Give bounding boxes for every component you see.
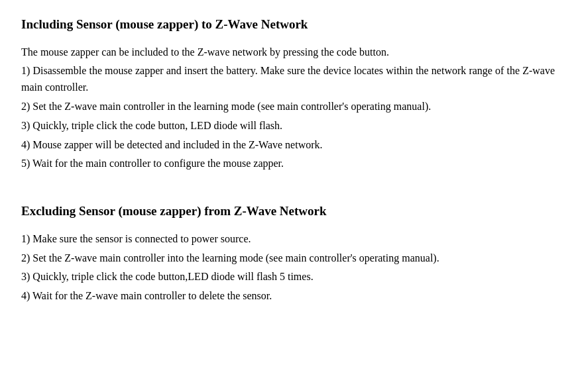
page-content: Including Sensor (mouse zapper) to Z-Wav… xyxy=(0,0,576,323)
section-2-para-3: 3) Quickly, triple click the code button… xyxy=(21,269,555,285)
section-1-para-6: 5) Wait for the main controller to confi… xyxy=(21,156,555,172)
section-1-para-1: The mouse zapper can be included to the … xyxy=(21,44,555,61)
section-2-para-4: 4) Wait for the Z-wave main controller t… xyxy=(21,288,555,305)
section-2-para-2: 2) Set the Z-wave main controller into t… xyxy=(21,250,555,267)
section-1-para-4: 3) Quickly, triple click the code button… xyxy=(21,118,555,134)
section-1-para-2: 1) Disassemble the mouse zapper and inse… xyxy=(21,63,555,96)
section-1-para-5: 4) Mouse zapper will be detected and inc… xyxy=(21,137,555,154)
section-2-title: Excluding Sensor (mouse zapper) from Z-W… xyxy=(21,203,555,220)
section-1-para-3: 2) Set the Z-wave main controller in the… xyxy=(21,99,555,115)
section-2: Excluding Sensor (mouse zapper) from Z-W… xyxy=(21,203,555,305)
section-1: Including Sensor (mouse zapper) to Z-Wav… xyxy=(21,16,555,172)
section-2-para-1: 1) Make sure the sensor is connected to … xyxy=(21,231,555,248)
section-1-title: Including Sensor (mouse zapper) to Z-Wav… xyxy=(21,16,555,34)
